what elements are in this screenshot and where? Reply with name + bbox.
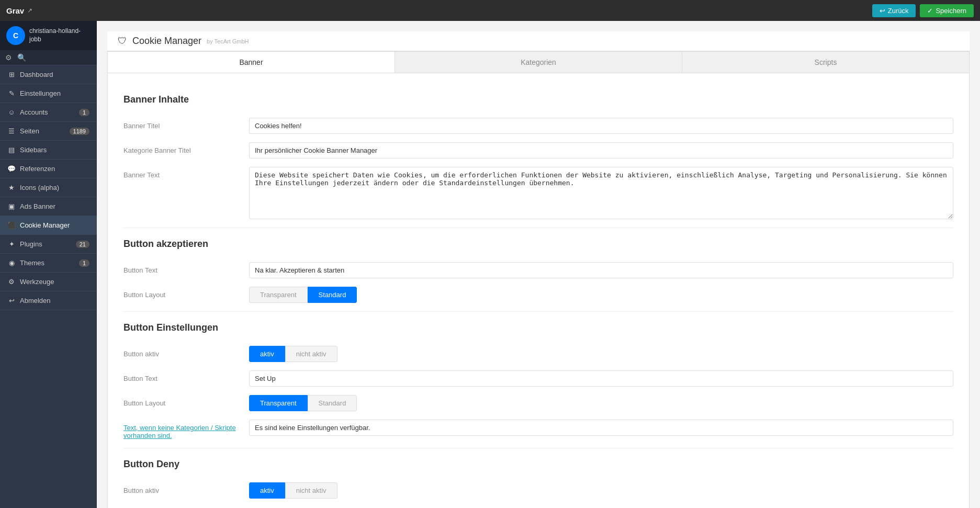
sidebar: C christiana-holland-jobb ⚙ 🔍 ⊞ Dashboar… bbox=[0, 21, 97, 508]
nav-label-einstellungen: Einstellungen bbox=[20, 89, 61, 97]
app-title: Grav bbox=[6, 6, 24, 15]
btn-group-layout-2: Transparent Standard bbox=[249, 395, 357, 411]
form-row-banner-text: Banner Text bbox=[123, 167, 953, 219]
save-button[interactable]: ✓ Speichern bbox=[920, 4, 974, 17]
form-row-btn-layout-2: Button Layout Transparent Standard bbox=[123, 395, 953, 411]
label-btn-text-1: Button Text bbox=[123, 262, 239, 274]
tab-kategorien[interactable]: Kategorien bbox=[395, 52, 682, 73]
sidebar-item-ads[interactable]: ▣ Ads Banner bbox=[0, 197, 97, 216]
section-banner-inhalte: Banner Inhalte bbox=[123, 94, 953, 109]
nav-label-werkzeuge: Werkzeuge bbox=[20, 278, 54, 286]
section-button-einstellungen: Button Einstellungen bbox=[123, 322, 953, 337]
tab-banner[interactable]: Banner bbox=[108, 52, 395, 73]
btn-transparent-1[interactable]: Transparent bbox=[249, 287, 308, 303]
sidebar-item-themes[interactable]: ◉ Themes 1 bbox=[0, 254, 97, 273]
form-row-btn-aktiv-2: Button aktiv aktiv nicht aktiv bbox=[123, 482, 953, 499]
nav-label-accounts: Accounts bbox=[20, 108, 48, 116]
top-bar: Grav ↗ ↩ Zurück ✓ Speichern bbox=[0, 0, 980, 21]
nav-icon-icons: ★ bbox=[7, 184, 16, 191]
nav-icon-seiten: ☰ bbox=[7, 127, 16, 135]
form-row-btn-aktiv-1: Button aktiv aktiv nicht aktiv bbox=[123, 346, 953, 362]
btn-group-aktiv-2: aktiv nicht aktiv bbox=[249, 482, 337, 499]
nav-label-cookie: Cookie Manager bbox=[20, 221, 70, 229]
shield-icon: 🛡 bbox=[118, 36, 127, 47]
nav-label-abmelden: Abmelden bbox=[20, 297, 51, 304]
btn-standard-1[interactable]: Standard bbox=[308, 287, 357, 303]
sidebar-item-werkzeuge[interactable]: ⚙ Werkzeuge bbox=[0, 273, 97, 291]
form-row-btn-layout-1: Button Layout Transparent Standard bbox=[123, 287, 953, 303]
nav-label-ads: Ads Banner bbox=[20, 202, 55, 210]
form-row-banner-titel: Banner Titel bbox=[123, 118, 953, 134]
sidebar-item-accounts[interactable]: ☺ Accounts 1 bbox=[0, 103, 97, 122]
label-banner-text: Banner Text bbox=[123, 167, 239, 179]
sidebar-icons-row: ⚙ 🔍 bbox=[0, 50, 97, 65]
nav-icon-accounts: ☺ bbox=[7, 108, 16, 116]
btn-standard-2[interactable]: Standard bbox=[308, 395, 357, 411]
btn-aktiv-1[interactable]: aktiv bbox=[249, 346, 285, 362]
input-btn-text-1[interactable] bbox=[249, 262, 953, 278]
sidebar-item-sidebars[interactable]: ▤ Sidebars bbox=[0, 141, 97, 160]
nav-icon-dashboard: ⊞ bbox=[7, 71, 16, 78]
nav-icon-sidebars: ▤ bbox=[7, 146, 16, 154]
plugin-subtitle: by TecArt GmbH bbox=[207, 38, 249, 44]
nav-icon-ads: ▣ bbox=[7, 202, 16, 210]
avatar: C bbox=[6, 26, 25, 45]
tab-scripts[interactable]: Scripts bbox=[682, 52, 969, 73]
sidebar-item-cookie[interactable]: ⬛ Cookie Manager bbox=[0, 216, 97, 235]
plugin-title-bar: 🛡 Cookie Manager by TecArt GmbH bbox=[107, 31, 970, 51]
label-banner-titel: Banner Titel bbox=[123, 118, 239, 130]
search-icon[interactable]: 🔍 bbox=[17, 53, 26, 62]
sidebar-item-einstellungen[interactable]: ✎ Einstellungen bbox=[0, 84, 97, 103]
label-btn-text-2: Button Text bbox=[123, 370, 239, 382]
nav-label-sidebars: Sidebars bbox=[20, 146, 47, 154]
check-icon: ✓ bbox=[927, 7, 933, 15]
tabs: BannerKategorienScripts bbox=[107, 51, 970, 73]
btn-group-layout-1: Transparent Standard bbox=[249, 287, 357, 303]
nav-icon-einstellungen: ✎ bbox=[7, 89, 16, 97]
form-row-btn-text-2: Button Text bbox=[123, 370, 953, 387]
nav-badge-plugins: 21 bbox=[76, 241, 89, 248]
section-button-akzeptieren: Button akzeptieren bbox=[123, 239, 953, 254]
external-link-icon[interactable]: ↗ bbox=[27, 7, 32, 14]
label-kategorie-banner-titel: Kategorie Banner Titel bbox=[123, 142, 239, 154]
label-btn-layout-1: Button Layout bbox=[123, 287, 239, 299]
form-row-btn-text-1: Button Text bbox=[123, 262, 953, 278]
label-btn-aktiv-1: Button aktiv bbox=[123, 346, 239, 358]
nav-label-plugins: Plugins bbox=[20, 240, 42, 248]
content-area: 🛡 Cookie Manager by TecArt GmbH BannerKa… bbox=[97, 21, 980, 508]
sidebar-header: C christiana-holland-jobb bbox=[0, 21, 97, 50]
textarea-banner-text[interactable] bbox=[249, 167, 953, 219]
nav-label-themes: Themes bbox=[20, 259, 44, 267]
plugin-title: Cookie Manager bbox=[132, 36, 201, 47]
form-row-no-cat: Text, wenn keine Kategorien / Skripte vo… bbox=[123, 420, 953, 439]
form-row-kategorie-banner-titel: Kategorie Banner Titel bbox=[123, 142, 953, 159]
input-no-cat[interactable] bbox=[249, 420, 953, 436]
label-btn-layout-2: Button Layout bbox=[123, 395, 239, 407]
btn-transparent-2[interactable]: Transparent bbox=[249, 395, 308, 411]
label-no-cat: Text, wenn keine Kategorien / Skripte vo… bbox=[123, 420, 239, 439]
input-banner-titel[interactable] bbox=[249, 118, 953, 134]
section-button-deny: Button Deny bbox=[123, 459, 953, 474]
input-kategorie-banner-titel[interactable] bbox=[249, 142, 953, 159]
nav-badge-seiten: 1189 bbox=[70, 128, 89, 135]
settings-icon[interactable]: ⚙ bbox=[5, 53, 12, 62]
sidebar-item-icons[interactable]: ★ Icons (alpha) bbox=[0, 178, 97, 197]
sidebar-username: christiana-holland-jobb bbox=[29, 27, 91, 43]
sidebar-item-abmelden[interactable]: ↩ Abmelden bbox=[0, 291, 97, 310]
btn-aktiv-2[interactable]: aktiv bbox=[249, 482, 285, 499]
btn-nicht-aktiv-1[interactable]: nicht aktiv bbox=[285, 346, 337, 362]
btn-nicht-aktiv-2[interactable]: nicht aktiv bbox=[285, 482, 337, 499]
sidebar-item-referenzen[interactable]: 💬 Referenzen bbox=[0, 160, 97, 178]
btn-group-aktiv-1: aktiv nicht aktiv bbox=[249, 346, 337, 362]
nav-label-icons: Icons (alpha) bbox=[20, 184, 59, 191]
input-btn-text-2[interactable] bbox=[249, 370, 953, 387]
back-button[interactable]: ↩ Zurück bbox=[872, 4, 916, 17]
nav-label-referenzen: Referenzen bbox=[20, 165, 55, 173]
sidebar-item-dashboard[interactable]: ⊞ Dashboard bbox=[0, 65, 97, 84]
sidebar-item-seiten[interactable]: ☰ Seiten 1189 bbox=[0, 122, 97, 141]
nav-icon-referenzen: 💬 bbox=[7, 165, 16, 173]
nav-label-seiten: Seiten bbox=[20, 127, 39, 135]
nav-icon-plugins: ✦ bbox=[7, 240, 16, 248]
sidebar-item-plugins[interactable]: ✦ Plugins 21 bbox=[0, 235, 97, 254]
nav-badge-themes: 1 bbox=[79, 259, 89, 267]
